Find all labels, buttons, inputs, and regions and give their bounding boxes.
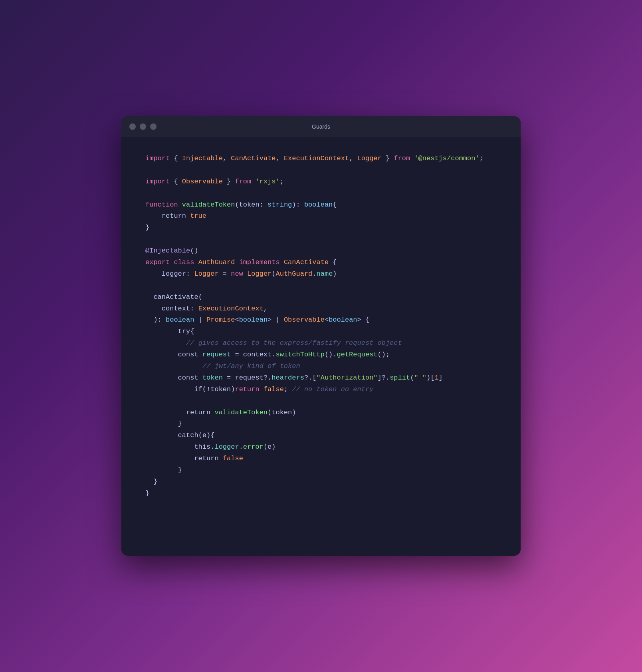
code-line-17: if(!token)return false; // no token no e… [145, 384, 497, 396]
code-line-16: const token = request?.hearders?.["Autho… [145, 372, 497, 384]
code-line-13: // gives access to the express/fastify r… [145, 338, 497, 349]
code-line-19: } [145, 418, 497, 430]
titlebar: Guards [121, 116, 521, 137]
minimize-button[interactable] [140, 123, 146, 130]
code-line-6: @Injectable() [145, 245, 497, 257]
code-line-20: catch(e){ [145, 430, 497, 441]
code-line-15: // jwt/any kind of token [145, 361, 497, 372]
code-line-3: function validateToken(token: string): b… [145, 199, 497, 211]
code-line-12: try{ [145, 326, 497, 338]
code-line-25: } [145, 488, 497, 499]
code-line-8: logger: Logger = new Logger(AuthGuard.na… [145, 268, 497, 280]
window-buttons [129, 123, 157, 130]
code-line-9: canActivate( [145, 292, 497, 303]
code-line-7: export class AuthGuard implements CanAct… [145, 257, 497, 268]
code-line-23: } [145, 465, 497, 476]
code-line-22: return false [145, 453, 497, 465]
code-line-14: const request = context.switchToHttp().g… [145, 349, 497, 361]
code-line-1: import { Injectable, CanActivate, Execut… [145, 153, 497, 165]
code-line-24: } [145, 476, 497, 488]
code-editor: import { Injectable, CanActivate, Execut… [121, 137, 521, 515]
code-line-18: return validateToken(token) [145, 407, 497, 419]
code-line-2: import { Observable } from 'rxjs'; [145, 176, 497, 188]
maximize-button[interactable] [150, 123, 157, 130]
code-line-11: ): boolean | Promise<boolean> | Observab… [145, 314, 497, 326]
code-line-4: return true [145, 211, 497, 222]
window-title: Guards [312, 123, 330, 130]
close-button[interactable] [129, 123, 136, 130]
code-window: Guards import { Injectable, CanActivate,… [121, 116, 521, 556]
code-line-21: this.logger.error(e) [145, 441, 497, 453]
code-line-10: context: ExecutionContext, [145, 303, 497, 315]
code-line-5: } [145, 222, 497, 234]
